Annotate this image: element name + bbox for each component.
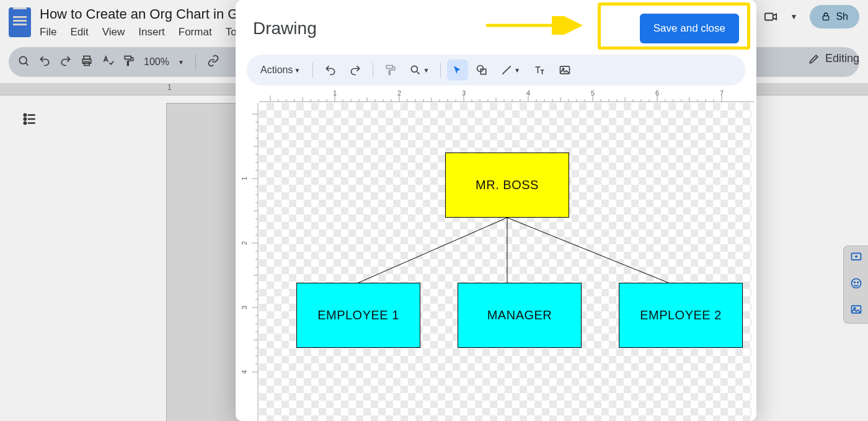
org-box-employee-1[interactable]: EMPLOYEE 1 — [296, 283, 420, 348]
svg-point-21 — [412, 66, 418, 72]
h-ruler: 1234567 — [259, 91, 751, 103]
chevron-down-icon: ▼ — [514, 67, 520, 74]
svg-text:4: 4 — [241, 370, 248, 374]
svg-text:1: 1 — [333, 91, 337, 97]
image-tool-icon[interactable] — [554, 60, 576, 81]
drawing-canvas-wrap: 1234567 1234 MR. BOSS — [238, 91, 754, 421]
org-label: MR. BOSS — [476, 178, 539, 192]
svg-text:3: 3 — [462, 91, 466, 97]
org-label: EMPLOYEE 2 — [640, 308, 722, 322]
org-chart: MR. BOSS EMPLOYEE 1 MANAGER EMPLOYEE 2 — [259, 103, 751, 421]
divider — [373, 63, 373, 78]
svg-line-131 — [507, 218, 668, 283]
select-tool-icon[interactable] — [447, 60, 468, 81]
save-and-close-button[interactable]: Save and close — [640, 14, 739, 43]
divider — [312, 63, 313, 78]
zoom-tool-icon[interactable]: ▼ — [404, 60, 434, 81]
actions-menu[interactable]: Actions▼ — [254, 60, 306, 81]
drawing-toolbar: Actions▼ ▼ ▼ — [247, 55, 745, 86]
connector-lines — [259, 103, 754, 421]
svg-text:4: 4 — [526, 91, 530, 97]
chevron-down-icon: ▼ — [423, 67, 429, 74]
svg-text:2: 2 — [397, 91, 401, 97]
drawing-modal: Drawing Save and close Actions▼ ▼ ▼ — [236, 0, 756, 421]
org-box-employee-2[interactable]: EMPLOYEE 2 — [619, 283, 743, 348]
svg-text:6: 6 — [655, 91, 659, 97]
org-label: EMPLOYEE 1 — [317, 308, 399, 322]
redo-icon[interactable] — [344, 60, 366, 81]
annotation-arrow-icon — [484, 16, 589, 35]
svg-text:5: 5 — [591, 91, 595, 97]
chevron-down-icon: ▼ — [294, 67, 300, 74]
svg-text:3: 3 — [241, 306, 248, 309]
v-ruler: 1234 — [238, 103, 259, 421]
actions-label: Actions — [260, 64, 293, 76]
line-tool-icon[interactable]: ▼ — [495, 60, 525, 81]
svg-line-129 — [358, 218, 507, 283]
svg-text:2: 2 — [241, 241, 248, 245]
paint-format-icon[interactable] — [379, 60, 402, 81]
drawing-title: Drawing — [253, 19, 317, 38]
svg-text:1: 1 — [241, 177, 248, 180]
svg-rect-20 — [387, 66, 393, 69]
text-tool-icon[interactable] — [528, 60, 551, 81]
org-label: MANAGER — [487, 308, 552, 322]
org-box-manager[interactable]: MANAGER — [458, 283, 582, 348]
shape-tool-icon[interactable] — [471, 60, 493, 81]
svg-text:7: 7 — [720, 91, 724, 97]
divider — [440, 63, 441, 78]
org-box-boss[interactable]: MR. BOSS — [445, 153, 569, 218]
undo-icon[interactable] — [319, 60, 342, 81]
